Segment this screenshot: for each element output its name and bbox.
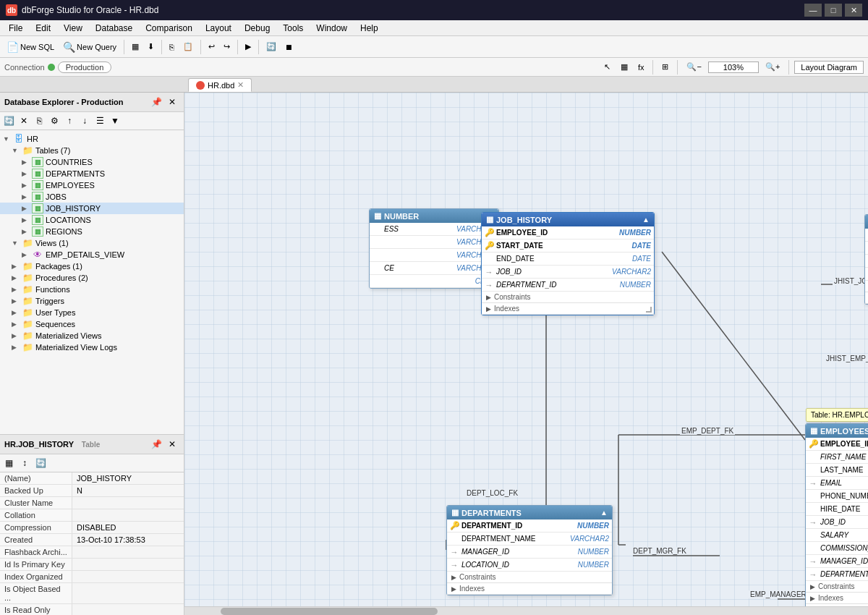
props-key: Compression [0, 522, 72, 533]
table-view-button[interactable]: ▦ [617, 59, 631, 75]
tree-job-history[interactable]: ▶ ▦ JOB_HISTORY [0, 203, 184, 214]
menu-layout[interactable]: Layout [200, 22, 237, 35]
tree-packages-group[interactable]: ▶ 📁 Packages (1) [0, 260, 184, 272]
jobs-constraints-section[interactable]: ▶ Constraints [865, 281, 868, 292]
toolbar-btn-stop[interactable]: ⏹ [281, 39, 297, 55]
toolbar-btn-refresh[interactable]: 🔄 [263, 39, 280, 55]
tree-jobs[interactable]: ▶ ▦ JOBS [0, 191, 184, 203]
job-history-table[interactable]: ▦ JOB_HISTORY ▲ 🔑 EMPLOYEE_ID NUMBER 🔑 S… [481, 212, 655, 315]
filter-down-button[interactable]: ↓ [77, 114, 92, 128]
tree-countries[interactable]: ▶ ▦ COUNTRIES [0, 156, 184, 168]
partial-table-header[interactable]: ▦ NUMBER ▲ [370, 209, 498, 223]
jh-indexes-section[interactable]: ▶ Indexes [482, 303, 654, 315]
menu-database[interactable]: Database [90, 22, 138, 35]
tree-user-types-group[interactable]: ▶ 📁 User Types [0, 307, 184, 318]
close-panel-button[interactable]: ✕ [165, 95, 179, 109]
jobs-indexes-section[interactable]: ▶ Indexes [865, 292, 868, 304]
zoom-out-button[interactable]: 🔍− [683, 59, 705, 75]
toolbar-btn-paste[interactable]: 📋 [179, 39, 197, 55]
layout-arrange-button[interactable]: ⊞ [658, 59, 672, 75]
props-close-button[interactable]: ✕ [165, 437, 179, 451]
tree-procedures-group[interactable]: ▶ 📁 Procedures (2) [0, 272, 184, 284]
toolbar-btn-down[interactable]: ⬇ [144, 39, 158, 55]
tree-mat-views-group[interactable]: ▶ 📁 Materialized Views [0, 330, 184, 342]
tree-regions[interactable]: ▶ ▦ REGIONS [0, 226, 184, 237]
countries-expand-arrow: ▶ [22, 158, 32, 166]
partial-table[interactable]: ▦ NUMBER ▲ ESS VARCHAR2 VARCHAR2 [369, 208, 499, 289]
formula-button[interactable]: fx [634, 59, 648, 75]
props-sort-button[interactable]: ↕ [17, 456, 32, 470]
connection-name[interactable]: Production [58, 62, 112, 73]
zoom-in-button[interactable]: 🔍+ [762, 59, 783, 75]
minimize-button[interactable]: — [804, 4, 822, 17]
employees-header[interactable]: ▦ EMPLOYEES ▲ [806, 424, 868, 438]
refresh-db-button[interactable]: 🔄 [1, 114, 16, 128]
maximize-button[interactable]: □ [825, 4, 842, 17]
tree-root-hr[interactable]: ▼ 🗄 HR [0, 133, 184, 145]
menu-debug[interactable]: Debug [239, 22, 276, 35]
departments-collapse[interactable]: ▲ [600, 509, 608, 517]
menu-tools[interactable]: Tools [277, 22, 309, 35]
menu-comparison[interactable]: Comparison [140, 22, 198, 35]
job-history-header[interactable]: ▦ JOB_HISTORY ▲ [482, 213, 654, 226]
copy-db-button[interactable]: ⎘ [32, 114, 46, 128]
sort-button[interactable]: ☰ [93, 114, 107, 128]
emp-indexes-section[interactable]: ▶ Indexes [806, 593, 868, 604]
employees-body: 🔑 EMPLOYEE_ID NUMBER FIRST_NAME VARCHAR2… [806, 438, 868, 615]
tree-departments[interactable]: ▶ ▦ DEPARTMENTS [0, 168, 184, 179]
props-grid-button[interactable]: ▦ [1, 456, 16, 470]
filter-button[interactable]: ⚙ [47, 114, 61, 128]
indexes-arrow: ▶ [486, 305, 491, 313]
jobs-table[interactable]: ▦ JOBS ▲ → JOB_ID VARCHAR2 JOB_TITLE VAR… [864, 214, 868, 305]
toolbar-btn-grid[interactable]: ▦ [128, 39, 142, 55]
pin-button[interactable]: 📌 [149, 95, 163, 109]
tree-locations[interactable]: ▶ ▦ LOCATIONS [0, 214, 184, 226]
props-val [72, 497, 184, 509]
dept-constraints-section[interactable]: ▶ Constraints [447, 572, 612, 583]
jh-constraints-section[interactable]: ▶ Constraints [482, 292, 654, 303]
props-refresh-button[interactable]: 🔄 [33, 456, 48, 470]
tree-mat-view-logs-group[interactable]: ▶ 📁 Materialized View Logs [0, 342, 184, 353]
filter-up-button[interactable]: ↑ [62, 114, 77, 128]
dept-indexes-section[interactable]: ▶ Indexes [447, 583, 612, 595]
tree-sequences-group[interactable]: ▶ 📁 Sequences [0, 318, 184, 330]
cursor-tool-button[interactable]: ↖ [600, 59, 614, 75]
toolbar-btn-redo[interactable]: ↪ [220, 39, 234, 55]
menu-edit[interactable]: Edit [30, 22, 56, 35]
tree-employees[interactable]: ▶ ▦ EMPLOYEES [0, 179, 184, 191]
canvas-h-scroll-thumb[interactable] [221, 608, 438, 615]
toolbar-btn-run[interactable]: ▶ [242, 39, 255, 55]
menu-file[interactable]: File [3, 22, 28, 35]
tree-tables-group[interactable]: ▼ 📁 Tables (7) [0, 145, 184, 156]
delete-db-button[interactable]: ✕ [17, 114, 31, 128]
new-query-button[interactable]: 🔍 New Query [59, 39, 120, 55]
tree-emp-details-view[interactable]: ▶ 👁 EMP_DETAILS_VIEW [0, 249, 184, 260]
menu-help[interactable]: Help [354, 22, 384, 35]
employees-table[interactable]: ▦ EMPLOYEES ▲ Table: HR.EMPLOYEES 🔑 EMPL… [805, 423, 868, 615]
tab-hr-dbd[interactable]: HR.dbd ✕ [188, 78, 252, 92]
dept-fk-icon-loc: → [450, 561, 460, 569]
tree-functions-group[interactable]: ▶ 📁 Functions [0, 284, 184, 295]
close-button[interactable]: ✕ [845, 4, 862, 17]
props-pin-button[interactable]: 📌 [149, 437, 163, 451]
layout-diagram-button[interactable]: Layout Diagram [794, 61, 864, 74]
tab-close-button[interactable]: ✕ [237, 80, 244, 90]
user-types-group-label: User Types [35, 308, 75, 317]
job-history-resize[interactable]: ▲ [642, 216, 650, 224]
menu-view[interactable]: View [58, 22, 88, 35]
tree-views-group[interactable]: ▼ 📁 Views (1) [0, 237, 184, 249]
tree-triggers-group[interactable]: ▶ 📁 Triggers [0, 295, 184, 307]
toolbar-btn-copy[interactable]: ⎘ [166, 39, 178, 55]
zoom-input[interactable] [708, 62, 759, 73]
emp-constraints-section[interactable]: ▶ Constraints [806, 581, 868, 593]
canvas-area[interactable]: JHIST_DEPT_FK JHIST_JOB_FK JHIST_EMP_FK … [184, 93, 868, 615]
funnel-button[interactable]: ▼ [108, 114, 122, 128]
toolbar-btn-undo[interactable]: ↩ [205, 39, 218, 55]
new-sql-button[interactable]: 📄 New SQL [3, 39, 58, 55]
departments-header[interactable]: ▦ DEPARTMENTS ▲ [447, 506, 612, 519]
canvas-h-scrollbar[interactable] [184, 606, 868, 615]
menu-window[interactable]: Window [310, 22, 353, 35]
jobs-header[interactable]: ▦ JOBS ▲ [865, 215, 868, 229]
departments-table[interactable]: ▦ DEPARTMENTS ▲ 🔑 DEPARTMENT_ID NUMBER D… [446, 505, 613, 595]
jh-resize-handle[interactable] [646, 307, 652, 313]
